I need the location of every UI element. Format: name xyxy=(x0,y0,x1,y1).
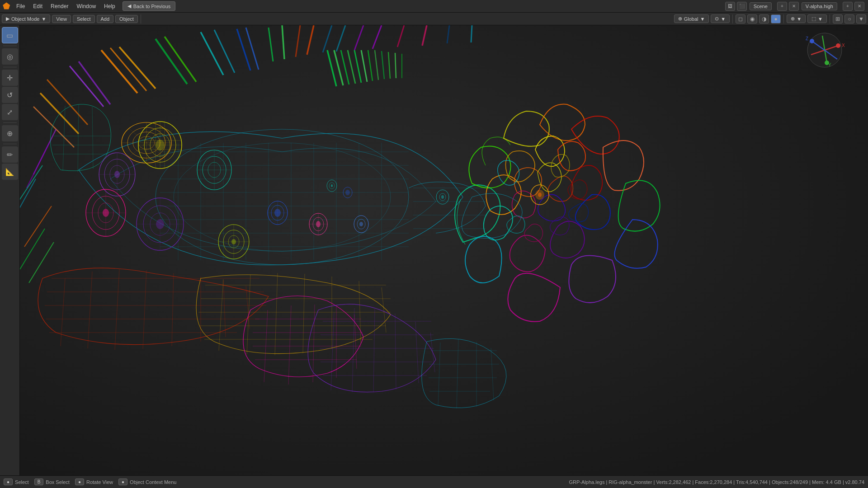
move-tool-btn[interactable]: ✛ xyxy=(2,70,18,86)
proportional-edit-btn[interactable]: ○ xyxy=(844,14,854,23)
toolbar-right-section: ⊕ Global ▼ ⊙ ▼ ◻ ◉ ◑ ● ⊕ ▼ ⬚ ▼ ⊞ ○ ▼ xyxy=(674,14,866,23)
svg-text:Y: Y xyxy=(828,62,831,67)
pivot-point-selector[interactable]: ⊙ ▼ xyxy=(711,14,730,23)
transform-orientation-selector[interactable]: ⊕ Global ▼ xyxy=(674,14,709,23)
render-icon-btn[interactable]: 🖼 xyxy=(725,2,735,11)
snap-btn[interactable]: ⊞ xyxy=(833,14,843,23)
view-menu-btn[interactable]: View xyxy=(52,15,71,23)
pivot-icon: ⊙ xyxy=(715,16,719,22)
scene-stats: GRP-Alpha.legs | RIG-alpha_monster | Ver… xyxy=(569,479,864,485)
left-separator-1 xyxy=(3,46,17,46)
top-right-icons: 🖼 ⬛ xyxy=(725,2,747,11)
solid-shading-btn[interactable]: ◉ xyxy=(747,14,757,23)
select-shortcut: ● Select xyxy=(4,479,29,485)
compositor-icon-btn[interactable]: ⬛ xyxy=(737,2,747,11)
back-arrow-icon: ◀ xyxy=(127,3,131,9)
annotate-tool-btn[interactable]: ✏ xyxy=(2,146,18,163)
context-menu-shortcut: ● Object Context Menu xyxy=(118,479,176,485)
top-menu-bar: ⬟ File Edit Render Window Help ◀ Back to… xyxy=(0,0,868,13)
mmb-key: ● xyxy=(75,479,84,485)
scene-canvas[interactable]: X Y Z xyxy=(20,25,868,475)
left-toolbar: ▭ ◎ ✛ ↺ ⤢ ⊕ ✏ 📐 xyxy=(0,25,20,475)
mode-icon: ▶ xyxy=(6,16,9,22)
overlay-chevron-icon: ▼ xyxy=(797,16,802,22)
toolbar-separator-3 xyxy=(783,14,784,23)
scale-tool-btn[interactable]: ⤢ xyxy=(2,104,18,120)
xray-toggle-btn[interactable]: ⬚ ▼ xyxy=(807,14,827,23)
toolbar-separator-1 xyxy=(141,14,141,23)
b-key: B xyxy=(34,479,44,485)
cursor-tool-btn[interactable]: ◎ xyxy=(2,48,18,65)
rotate-tool-btn[interactable]: ↺ xyxy=(2,87,18,103)
svg-point-203 xyxy=(836,43,840,48)
object-menu-btn[interactable]: Object xyxy=(115,15,138,23)
left-separator-2 xyxy=(3,67,17,67)
select-tool-btn[interactable]: ▭ xyxy=(2,27,18,43)
view-add-btn[interactable]: + xyxy=(843,2,853,11)
rmb-key: ● xyxy=(118,479,127,485)
help-menu[interactable]: Help xyxy=(100,2,119,11)
render-menu[interactable]: Render xyxy=(47,2,72,11)
view-remove-btn[interactable]: ✕ xyxy=(854,2,864,11)
measure-tool-btn[interactable]: 📐 xyxy=(2,164,18,180)
svg-line-111 xyxy=(471,25,472,42)
box-select-shortcut: B Box Select xyxy=(34,479,70,485)
pivot-chevron-icon: ▼ xyxy=(721,16,726,22)
svg-point-85 xyxy=(359,222,363,226)
header-toolbar: ▶ Object Mode ▼ View Select Add Object ⊕… xyxy=(0,13,868,25)
svg-point-200 xyxy=(345,190,350,195)
window-menu[interactable]: Window xyxy=(73,2,99,11)
back-to-previous-button[interactable]: ◀ Back to Previous xyxy=(123,1,176,11)
scene-selector-field[interactable]: Scene xyxy=(750,2,772,10)
file-menu[interactable]: File xyxy=(13,2,28,11)
rendered-shading-btn[interactable]: ● xyxy=(771,14,781,23)
menu-items: File Edit Render Window Help xyxy=(13,2,119,11)
mode-selector[interactable]: ▶ Object Mode ▼ xyxy=(2,14,50,23)
view-name-field[interactable]: V-alpha.high xyxy=(802,2,837,10)
lmb-key: ● xyxy=(4,479,13,485)
left-separator-4 xyxy=(3,144,17,144)
overlay-icon: ⊕ xyxy=(791,16,795,22)
mode-chevron-icon: ▼ xyxy=(41,16,46,22)
proportional-chevron-btn[interactable]: ▼ xyxy=(856,14,866,23)
rotate-view-shortcut: ● Rotate View xyxy=(75,479,113,485)
svg-point-189 xyxy=(538,192,542,197)
orientation-icon: ⊕ xyxy=(678,16,682,22)
toolbar-separator-4 xyxy=(830,14,830,23)
select-menu-btn[interactable]: Select xyxy=(73,15,95,23)
wireframe-svg: X Y Z xyxy=(20,25,868,475)
blender-logo-icon: ⬟ xyxy=(0,0,13,13)
material-shading-btn[interactable]: ◑ xyxy=(759,14,769,23)
xray-icon: ⬚ xyxy=(811,16,816,22)
svg-point-209 xyxy=(810,39,814,43)
wireframe-shading-btn[interactable]: ◻ xyxy=(736,14,745,23)
svg-text:Z: Z xyxy=(806,36,808,41)
svg-rect-1 xyxy=(20,25,868,475)
transform-tool-btn[interactable]: ⊕ xyxy=(2,125,18,141)
xray-chevron-icon: ▼ xyxy=(818,16,823,22)
left-separator-3 xyxy=(3,122,17,123)
edit-menu[interactable]: Edit xyxy=(29,2,46,11)
scene-remove-btn[interactable]: ✕ xyxy=(789,2,799,11)
status-bar: ● Select B Box Select ● Rotate View ● Ob… xyxy=(0,475,868,488)
3d-viewport[interactable]: X Y Z xyxy=(20,25,868,475)
svg-text:X: X xyxy=(842,43,845,48)
add-menu-btn[interactable]: Add xyxy=(97,15,114,23)
svg-point-198 xyxy=(441,195,444,199)
scene-add-btn[interactable]: + xyxy=(777,2,787,11)
scene-selector: 🖼 ⬛ Scene + ✕ V-alpha.high + ✕ xyxy=(722,2,868,11)
toolbar-separator-2 xyxy=(732,14,733,23)
overlay-toggle-btn[interactable]: ⊕ ▼ xyxy=(787,14,806,23)
svg-point-88 xyxy=(331,184,333,187)
orientation-chevron-icon: ▼ xyxy=(700,16,705,22)
